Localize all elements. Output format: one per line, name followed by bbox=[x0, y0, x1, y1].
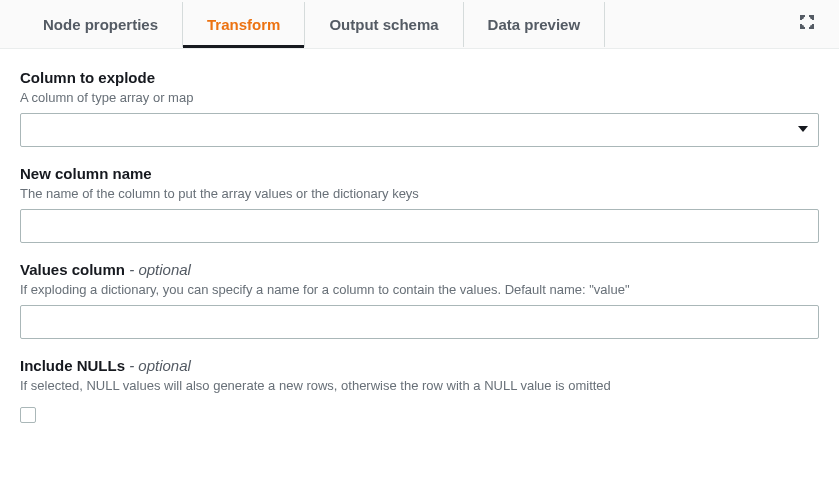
desc-include-nulls: If selected, NULL values will also gener… bbox=[20, 378, 819, 393]
input-values-column[interactable] bbox=[20, 305, 819, 339]
field-new-column-name: New column name The name of the column t… bbox=[20, 165, 819, 243]
label-new-column-name: New column name bbox=[20, 165, 819, 182]
tab-node-properties[interactable]: Node properties bbox=[19, 2, 183, 47]
tab-transform[interactable]: Transform bbox=[182, 2, 305, 47]
label-include-nulls: Include NULLs - optional bbox=[20, 357, 819, 374]
label-values-column-optional: - optional bbox=[125, 261, 191, 278]
select-input-column-to-explode[interactable] bbox=[20, 113, 819, 147]
field-include-nulls: Include NULLs - optional If selected, NU… bbox=[20, 357, 819, 427]
field-values-column: Values column - optional If exploding a … bbox=[20, 261, 819, 339]
label-include-nulls-optional: - optional bbox=[125, 357, 191, 374]
label-include-nulls-text: Include NULLs bbox=[20, 357, 125, 374]
label-column-to-explode: Column to explode bbox=[20, 69, 819, 86]
desc-new-column-name: The name of the column to put the array … bbox=[20, 186, 819, 201]
select-column-to-explode[interactable] bbox=[20, 113, 819, 147]
tab-data-preview[interactable]: Data preview bbox=[463, 2, 606, 47]
form-container: Column to explode A column of type array… bbox=[0, 49, 839, 465]
expand-icon[interactable] bbox=[795, 0, 819, 48]
checkbox-include-nulls[interactable] bbox=[20, 407, 36, 423]
desc-values-column: If exploding a dictionary, you can speci… bbox=[20, 282, 819, 297]
desc-column-to-explode: A column of type array or map bbox=[20, 90, 819, 105]
tab-output-schema[interactable]: Output schema bbox=[304, 2, 463, 47]
field-column-to-explode: Column to explode A column of type array… bbox=[20, 69, 819, 147]
label-values-column: Values column - optional bbox=[20, 261, 819, 278]
label-values-column-text: Values column bbox=[20, 261, 125, 278]
tabs-bar: Node properties Transform Output schema … bbox=[0, 0, 839, 49]
input-new-column-name[interactable] bbox=[20, 209, 819, 243]
